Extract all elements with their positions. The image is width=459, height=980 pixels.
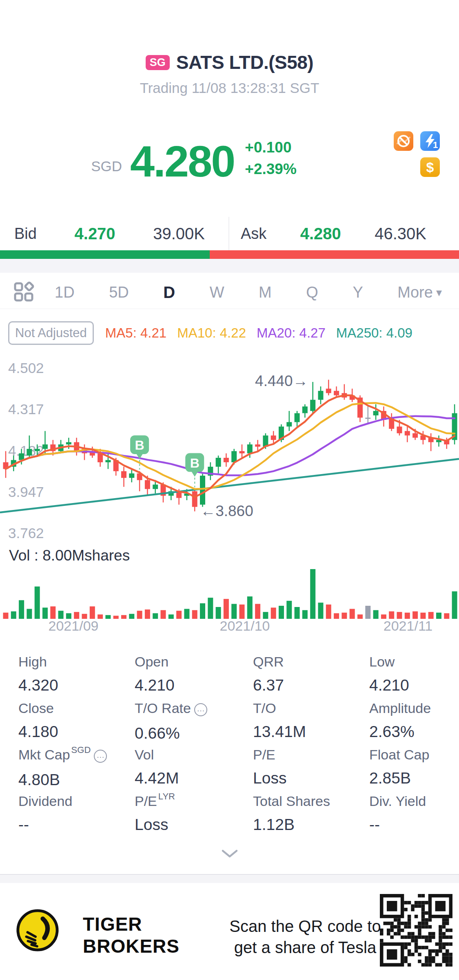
info-icon[interactable]: … — [94, 750, 107, 763]
promo-text: Scan the QR code to get a share of Tesla — [224, 916, 387, 958]
bid-label: Bid — [14, 225, 37, 243]
stat-dividend: Dividend-- — [18, 793, 135, 840]
stat-close: Close4.180 — [18, 700, 135, 747]
stat-qrr: QRR6.37 — [253, 654, 369, 700]
svg-text:1: 1 — [433, 140, 438, 150]
ask-cell[interactable]: Ask 4.280 46.30K — [229, 217, 459, 250]
tab-more[interactable]: More▾ — [397, 284, 442, 301]
qr-code — [380, 894, 452, 967]
ask-size: 46.30K — [375, 225, 426, 243]
price-cluster: SGD 4.280 +0.100 +2.39% — [0, 122, 388, 183]
svg-text:B: B — [190, 456, 200, 470]
stat-open: Open4.210 — [135, 654, 253, 700]
brand-line1: TIGER — [83, 913, 180, 935]
tab-q[interactable]: Q — [306, 284, 318, 301]
stat-low: Low4.210 — [369, 654, 443, 700]
last-price: 4.280 — [130, 139, 234, 183]
ma-legend: MA5: 4.21MA10: 4.22MA20: 4.27MA250: 4.09 — [105, 325, 412, 341]
promo-line1: Scan the QR code to — [224, 916, 387, 937]
dollar-icon[interactable]: $ — [420, 157, 440, 177]
stat-total-shares: Total Shares1.12B — [253, 793, 369, 840]
x-label: 2021/09 — [49, 618, 99, 634]
volume-label: Vol : 8.00Mshares — [9, 547, 130, 564]
chart-layout-grid-icon[interactable] — [12, 280, 35, 305]
price-change-pct: +2.39% — [245, 158, 297, 180]
svg-text:B: B — [135, 438, 144, 452]
adjust-toggle[interactable]: Not Adjusted — [8, 321, 94, 345]
stats-grid: High4.320Open4.210QRR6.37Low4.210Close4.… — [18, 654, 443, 840]
ma-item-ma5: MA5: 4.21 — [105, 325, 166, 341]
tab-y[interactable]: Y — [353, 284, 363, 301]
chevron-down-icon: ▾ — [436, 286, 442, 299]
svg-text:3.762: 3.762 — [8, 525, 44, 541]
brand-name: TIGER BROKERS — [83, 913, 180, 958]
stat-float-cap: Float Cap2.85B — [369, 747, 443, 793]
bid-ask-row: Bid 4.270 39.00K Ask 4.280 46.30K — [0, 217, 459, 250]
level-1-quote-icon[interactable]: 1 — [420, 131, 440, 151]
ask-price: 4.280 — [300, 225, 341, 243]
stat-div-yield: Div. Yield-- — [369, 793, 443, 840]
price-change: +0.100 — [245, 137, 297, 159]
x-label: 2021/10 — [220, 618, 270, 634]
price-change-block: +0.100 +2.39% — [245, 137, 297, 183]
stat-p-e: P/ELoss — [253, 747, 369, 793]
tab-d[interactable]: D — [163, 283, 175, 302]
stat-amplitude: Amplitude2.63% — [369, 700, 443, 747]
feature-badges: 1 $ — [394, 131, 441, 180]
title-row: SG SATS LTD.(S58) — [0, 51, 459, 73]
stock-detail-screen: SG SATS LTD.(S58) Trading 11/08 13:28:31… — [0, 0, 459, 980]
exchange-badge: SG — [146, 55, 170, 70]
tab-w[interactable]: W — [210, 284, 224, 301]
footer-spacer — [0, 875, 459, 883]
ask-label: Ask — [241, 225, 266, 243]
x-label: 2021/11 — [384, 618, 432, 634]
tiger-brokers-logo — [16, 908, 60, 954]
volume-chart[interactable] — [0, 566, 459, 619]
stat-vol: Vol4.42M — [135, 747, 253, 793]
x-axis-labels: 2021/092021/102021/11 — [0, 618, 459, 634]
stat-p-e: P/ELYRLoss — [135, 793, 253, 840]
stat-t-o: T/O13.41M — [253, 700, 369, 747]
tab-5d[interactable]: 5D — [109, 284, 129, 301]
section-spacer — [0, 259, 459, 273]
brand-line2: BROKERS — [83, 935, 180, 957]
svg-text:4.317: 4.317 — [8, 401, 44, 417]
bid-size: 39.00K — [153, 225, 205, 243]
ma-item-ma10: MA10: 4.22 — [177, 325, 246, 341]
tab-1d[interactable]: 1D — [55, 284, 75, 301]
ask-ratio-segment — [210, 250, 459, 259]
currency-label: SGD — [91, 158, 122, 183]
ma-item-ma250: MA250: 4.09 — [336, 325, 412, 341]
bid-ratio-segment — [0, 250, 210, 259]
svg-text:←3.860: ←3.860 — [200, 503, 253, 519]
trading-status: Trading 11/08 13:28:31 SGT — [0, 80, 459, 96]
svg-text:4.502: 4.502 — [8, 360, 44, 376]
indicator-row: Not Adjusted MA5: 4.21MA10: 4.22MA20: 4.… — [8, 321, 453, 345]
bid-cell[interactable]: Bid 4.270 39.00K — [0, 217, 229, 250]
bid-ask-section: Bid 4.270 39.00K Ask 4.280 46.30K — [0, 217, 459, 273]
bid-price: 4.270 — [75, 225, 115, 243]
svg-text:4.440→: 4.440→ — [255, 373, 308, 389]
no-short-sell-icon[interactable] — [394, 131, 413, 151]
price-section: SGD 4.280 +0.100 +2.39% — [0, 122, 388, 188]
candlestick-chart[interactable]: 4.5024.3174.1323.9473.7624.440→←3.860BB — [0, 350, 459, 550]
promo-line2: get a share of Tesla — [224, 937, 387, 958]
header: SG SATS LTD.(S58) Trading 11/08 13:28:31… — [0, 51, 459, 96]
svg-text:3.947: 3.947 — [8, 484, 44, 500]
stat-mkt-cap: Mkt CapSGD…4.80B — [18, 747, 135, 793]
info-icon[interactable]: … — [194, 703, 207, 716]
ma-item-ma20: MA20: 4.27 — [257, 325, 326, 341]
stat-high: High4.320 — [18, 654, 135, 700]
period-tabs: 1D5DDWMQYMore▾ — [0, 276, 459, 309]
expand-chevron[interactable] — [221, 849, 239, 860]
bid-ask-ratio-bar — [0, 250, 459, 259]
svg-text:$: $ — [426, 159, 434, 175]
stat-t-o-rate: T/O Rate…0.66% — [135, 700, 253, 747]
tab-m[interactable]: M — [259, 284, 272, 301]
stock-title: SATS LTD.(S58) — [176, 51, 313, 73]
tab-items: 1D5DDWMQYMore▾ — [55, 283, 442, 302]
